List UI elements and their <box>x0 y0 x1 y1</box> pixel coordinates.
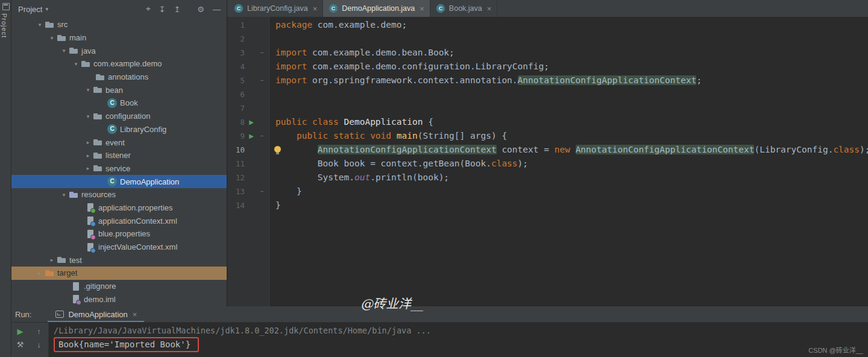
class-icon: C <box>107 177 117 186</box>
chevron-collapsed-icon[interactable]: ▸ <box>47 257 57 263</box>
chevron-expanded-icon[interactable]: ▾ <box>47 35 57 41</box>
code-line-6[interactable] <box>269 87 868 101</box>
tree-item-libraryconfig[interactable]: CLibraryConfig <box>11 123 227 136</box>
editor-tab-demoapplication-java[interactable]: CDemoApplication.java× <box>323 0 430 17</box>
tree-item-event[interactable]: ▸event <box>11 136 227 149</box>
tree-item-label: java <box>81 46 96 55</box>
tree-item-resources[interactable]: ▾resources <box>11 188 227 201</box>
fold-icon[interactable]: − <box>258 77 266 84</box>
step-up-icon[interactable]: ↑ <box>37 327 41 336</box>
xml-icon <box>86 242 95 252</box>
run-panel: Run: DemoApplication × ▶↑⚒↓ /Library/Jav… <box>11 306 868 357</box>
chevron-expanded-icon[interactable]: ▾ <box>83 87 93 93</box>
tree-item-applicationcontext-xml[interactable]: applicationContext.xml <box>11 214 227 227</box>
chevron-down-icon[interactable]: ▾ <box>45 6 48 12</box>
tree-item-book[interactable]: CBook <box>11 96 227 110</box>
code-line-8[interactable]: public class DemoApplication { <box>269 115 868 129</box>
tree-item-configuration[interactable]: ▾configuration <box>11 110 227 123</box>
tree-item-gitignore[interactable]: .gitignore <box>11 280 227 293</box>
close-icon[interactable]: × <box>487 4 492 13</box>
console-command-line[interactable]: /Library/Java/JavaVirtualMachines/jdk1.8… <box>54 324 868 336</box>
locate-file-icon[interactable]: ⌖ <box>146 4 150 14</box>
code-line-13[interactable]: } <box>269 185 868 198</box>
code-line-14[interactable]: } <box>269 198 868 212</box>
chevron-collapsed-icon[interactable]: ▸ <box>83 153 93 159</box>
console-output-line[interactable]: Book{name='Imported Book'} <box>54 337 868 352</box>
tree-item-injectvaluecontext-xml[interactable]: injectValueContext.xml <box>11 241 227 254</box>
code-line-2[interactable] <box>269 32 868 46</box>
editor-body[interactable]: 123−45−678▶9▶−10111213−14 package com.ex… <box>227 17 868 306</box>
chevron-expanded-icon[interactable]: ▾ <box>83 113 93 119</box>
chevron-expanded-icon[interactable]: ▾ <box>35 22 45 28</box>
props-icon <box>86 203 95 212</box>
tree-item-label: resources <box>81 190 116 199</box>
fold-icon[interactable]: − <box>258 49 266 56</box>
gutter-line: 7 <box>227 101 269 115</box>
tree-item-label: src <box>57 20 68 29</box>
close-icon[interactable]: × <box>420 4 424 13</box>
chevron-expanded-icon[interactable]: ▾ <box>71 61 81 67</box>
fold-icon[interactable]: − <box>258 133 266 139</box>
run-line-icon[interactable]: ▶ <box>245 133 258 139</box>
chevron-collapsed-icon[interactable]: ▸ <box>83 139 93 145</box>
code-line-11[interactable]: Book book = context.getBean(Book.class); <box>269 157 868 171</box>
gutter-line: 14 <box>227 198 269 212</box>
code-line-3[interactable]: import com.example.demo.bean.Book; <box>269 46 868 60</box>
code-token <box>570 145 576 154</box>
code-area[interactable]: package com.example.demo; import com.exa… <box>269 17 868 306</box>
code-line-5[interactable]: import org.springframework.context.annot… <box>269 74 868 87</box>
tree-item-target[interactable]: ▸target <box>11 267 227 280</box>
code-token: } <box>275 186 302 196</box>
settings-wrench-icon[interactable]: ⚒ <box>17 341 24 349</box>
line-number: 6 <box>227 87 245 101</box>
code-token: (String[] args) { <box>418 131 507 141</box>
tree-item-src[interactable]: ▾src <box>11 18 227 31</box>
close-icon[interactable]: × <box>133 310 137 319</box>
console-output[interactable]: /Library/Java/JavaVirtualMachines/jdk1.8… <box>49 323 868 357</box>
project-panel-title[interactable]: Project <box>18 5 42 14</box>
step-down-icon[interactable]: ↓ <box>37 341 41 349</box>
run-line-icon[interactable]: ▶ <box>245 119 258 125</box>
tree-item-service[interactable]: ▸service <box>11 162 227 175</box>
code-line-7[interactable] <box>269 101 868 115</box>
tool-window-grid-icon[interactable] <box>2 3 10 10</box>
class-icon: C <box>107 98 117 108</box>
tree-item-java[interactable]: ▾java <box>11 44 227 57</box>
editor-tab-libraryconfig-java[interactable]: CLibraryConfig.java× <box>228 0 323 17</box>
settings-gear-icon[interactable]: ⚙ <box>197 5 204 14</box>
intellij-window: Project Project ▾ ⌖↧↥⚙— ▾src▾main▾java▾c… <box>0 0 868 357</box>
tree-item-bean[interactable]: ▾bean <box>11 83 227 96</box>
collapse-all-icon[interactable]: ↥ <box>174 5 180 14</box>
tree-item-main[interactable]: ▾main <box>11 31 227 45</box>
rerun-icon[interactable]: ▶ <box>17 327 24 336</box>
expand-all-icon[interactable]: ↧ <box>159 5 166 14</box>
chevron-expanded-icon[interactable]: ▾ <box>59 192 69 198</box>
code-line-10[interactable]: AnnotationConfigApplicationContext conte… <box>269 143 868 157</box>
intention-bulb-icon[interactable] <box>274 146 281 153</box>
hide-panel-icon[interactable]: — <box>213 5 221 14</box>
tree-item-demoapplication[interactable]: CDemoApplication <box>11 175 227 188</box>
tree-item-blue-properties[interactable]: blue.properties <box>11 227 227 241</box>
chevron-collapsed-icon[interactable]: ▸ <box>83 165 93 171</box>
tree-item-com-example-demo[interactable]: ▾com.example.demo <box>11 57 227 71</box>
tree-item-test[interactable]: ▸test <box>11 253 227 267</box>
tree-item-annotations[interactable]: annotations <box>11 71 227 84</box>
fold-icon[interactable]: − <box>258 188 266 195</box>
chevron-expanded-icon[interactable]: ▾ <box>59 48 69 54</box>
tree-item-application-properties[interactable]: application.properties <box>11 201 227 215</box>
code-token <box>391 131 397 141</box>
code-line-12[interactable]: System.out.println(book); <box>269 171 868 185</box>
code-line-4[interactable]: import com.example.demo.configuration.Li… <box>269 60 868 74</box>
tree-item-label: application.properties <box>98 203 173 212</box>
code-token: out <box>354 172 370 182</box>
chevron-collapsed-icon[interactable]: ▸ <box>35 270 45 276</box>
code-token: public class <box>275 117 339 127</box>
tree-item-demo-iml[interactable]: demo.iml <box>11 292 227 306</box>
editor-tab-book-java[interactable]: CBook.java× <box>430 0 498 17</box>
tree-item-listener[interactable]: ▸listener <box>11 149 227 162</box>
project-tool-window-stripe[interactable]: Project <box>1 13 8 38</box>
run-tab-demoapplication[interactable]: DemoApplication × <box>48 306 144 322</box>
code-line-1[interactable]: package com.example.demo; <box>269 18 868 32</box>
code-line-9[interactable]: public static void main(String[] args) { <box>269 129 868 143</box>
close-icon[interactable]: × <box>313 4 318 13</box>
